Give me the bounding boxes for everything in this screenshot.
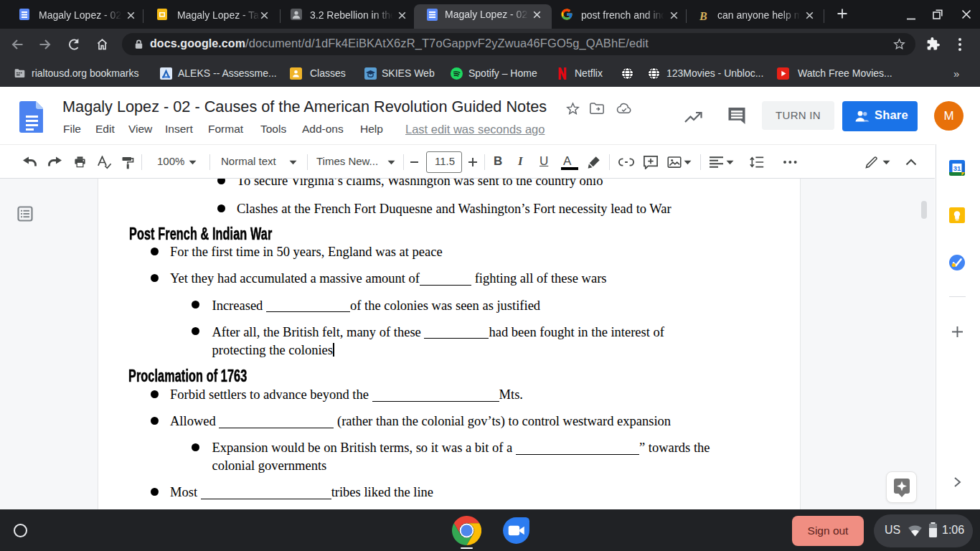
- svg-text:31: 31: [953, 164, 961, 172]
